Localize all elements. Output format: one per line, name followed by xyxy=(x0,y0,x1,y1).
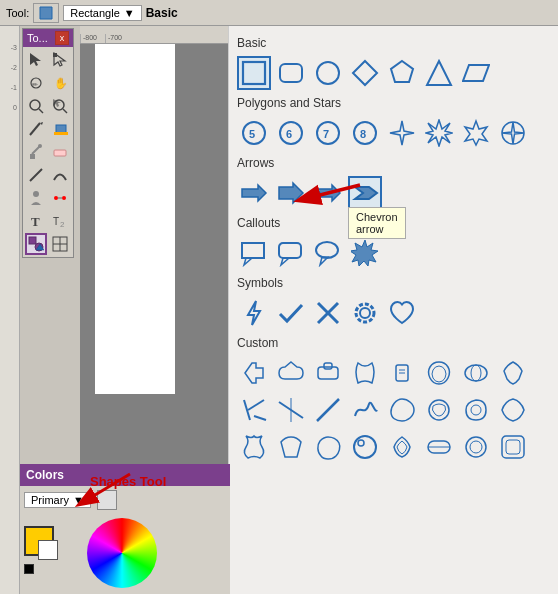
shape-lightning[interactable] xyxy=(237,296,271,330)
shape-custom-20[interactable] xyxy=(348,430,382,464)
shape-custom-4[interactable] xyxy=(348,356,382,390)
shape-speech-bubble[interactable] xyxy=(311,236,345,270)
toolbox-close-button[interactable]: x xyxy=(55,31,69,45)
color-wheel[interactable] xyxy=(87,518,157,588)
shape-rounded-callout[interactable] xyxy=(274,236,308,270)
callout-shapes xyxy=(237,236,550,270)
tool-selector[interactable] xyxy=(33,3,59,23)
shape-custom-17[interactable] xyxy=(237,430,271,464)
shape-custom-1[interactable] xyxy=(237,356,271,390)
canvas-document[interactable] xyxy=(95,44,175,394)
shape-hexagon[interactable]: 6 xyxy=(274,116,308,150)
person-tool[interactable] xyxy=(25,187,47,209)
small-color[interactable] xyxy=(24,564,34,574)
shape-custom-6[interactable] xyxy=(422,356,456,390)
color-swatches xyxy=(24,514,157,588)
table-tool[interactable] xyxy=(49,233,71,255)
pencil-tool[interactable]: ✏ xyxy=(25,72,47,94)
shape-checkmark[interactable] xyxy=(274,296,308,330)
primary-dropdown[interactable]: Primary ▼ xyxy=(24,492,91,508)
section-basic: Basic xyxy=(237,36,550,52)
background-color[interactable] xyxy=(38,540,58,560)
svg-text:✏: ✏ xyxy=(32,81,38,88)
shape-6star[interactable] xyxy=(459,116,493,150)
shape-custom-19[interactable] xyxy=(311,430,345,464)
svg-marker-57 xyxy=(355,187,377,199)
shape-notch-arrow[interactable] xyxy=(311,176,345,210)
shape-custom-22[interactable] xyxy=(422,430,456,464)
shape-chevron-arrow[interactable] xyxy=(348,176,382,210)
pencil-draw-tool[interactable] xyxy=(25,118,47,140)
text-tool[interactable]: T xyxy=(25,210,47,232)
shape-thick-arrow[interactable] xyxy=(274,176,308,210)
line-tool[interactable] xyxy=(25,164,47,186)
shape-starburst-callout[interactable] xyxy=(348,236,382,270)
shapes-tool[interactable] xyxy=(25,233,47,255)
shape-custom-16[interactable] xyxy=(496,393,530,427)
shape-rounded-rect[interactable] xyxy=(274,56,308,90)
shape-custom-24[interactable] xyxy=(496,430,530,464)
shape-custom-2[interactable] xyxy=(274,356,308,390)
svg-rect-34 xyxy=(243,62,265,84)
shape-custom-15[interactable] xyxy=(459,393,493,427)
shape-custom-5[interactable] xyxy=(385,356,419,390)
shape-custom-23[interactable] xyxy=(459,430,493,464)
shape-xmark[interactable] xyxy=(311,296,345,330)
shape-custom-18[interactable] xyxy=(274,430,308,464)
rectangle-dropdown[interactable]: Rectangle ▼ xyxy=(63,5,141,21)
shape-simple-arrow[interactable] xyxy=(237,176,271,210)
zoom-tool[interactable] xyxy=(25,95,47,117)
shape-pentagon[interactable] xyxy=(385,56,419,90)
svg-point-68 xyxy=(360,308,370,318)
shape-custom-14[interactable] xyxy=(422,393,456,427)
shape-custom-12[interactable] xyxy=(348,393,382,427)
shape-custom-9[interactable] xyxy=(237,393,271,427)
basic-shapes xyxy=(237,56,550,90)
svg-rect-14 xyxy=(56,125,66,133)
shape-custom-10[interactable] xyxy=(274,393,308,427)
toolbox-grid: ✏ ✋ xyxy=(23,47,73,257)
shape-custom-21[interactable] xyxy=(385,430,419,464)
svg-marker-55 xyxy=(279,183,303,203)
text-style-tool[interactable]: T2 xyxy=(49,210,71,232)
svg-text:2: 2 xyxy=(60,220,65,229)
shape-rect-callout[interactable] xyxy=(237,236,271,270)
hand-tool[interactable]: ✋ xyxy=(49,72,71,94)
curve-tool[interactable] xyxy=(49,164,71,186)
shape-gear[interactable] xyxy=(348,296,382,330)
shape-starburst[interactable] xyxy=(422,116,456,150)
colors-panel: Primary ▼ xyxy=(20,486,230,594)
shape-parallelogram[interactable] xyxy=(459,56,493,90)
canvas-area[interactable]: -800 -700 xyxy=(80,26,228,464)
shape-heart[interactable] xyxy=(385,296,419,330)
tools-bottom: Colors Primary ▼ xyxy=(20,464,230,594)
shape-custom-3[interactable] xyxy=(311,356,345,390)
shape-custom-13[interactable] xyxy=(385,393,419,427)
eyedropper-tool[interactable] xyxy=(25,141,47,163)
bottom-area: Colors Primary ▼ xyxy=(0,464,558,594)
eraser-tool[interactable] xyxy=(49,141,71,163)
select-tool[interactable] xyxy=(25,49,47,71)
shape-4star[interactable] xyxy=(385,116,419,150)
svg-point-76 xyxy=(471,365,481,381)
shape-square[interactable] xyxy=(237,56,271,90)
shape-triangle[interactable] xyxy=(422,56,456,90)
shape-custom-11[interactable] xyxy=(311,393,345,427)
shape-octagon[interactable]: 8 xyxy=(348,116,382,150)
shape-circle[interactable] xyxy=(311,56,345,90)
svg-rect-91 xyxy=(502,436,524,458)
svg-marker-64 xyxy=(351,240,378,266)
shape-custom-7[interactable] xyxy=(459,356,493,390)
zoom-select-tool[interactable] xyxy=(49,95,71,117)
shape-custom-8[interactable] xyxy=(496,356,530,390)
shape-pentagon5[interactable]: 5 xyxy=(237,116,271,150)
shape-diamond[interactable] xyxy=(348,56,382,90)
shape-heptagon[interactable]: 7 xyxy=(311,116,345,150)
node-tool[interactable] xyxy=(49,49,71,71)
color-option[interactable] xyxy=(97,490,117,510)
connector-tool[interactable] xyxy=(49,187,71,209)
fill-tool[interactable] xyxy=(49,118,71,140)
symbol-shapes xyxy=(237,296,550,330)
toolbox-title: To... x xyxy=(23,29,73,47)
shape-complex-star[interactable] xyxy=(496,116,530,150)
